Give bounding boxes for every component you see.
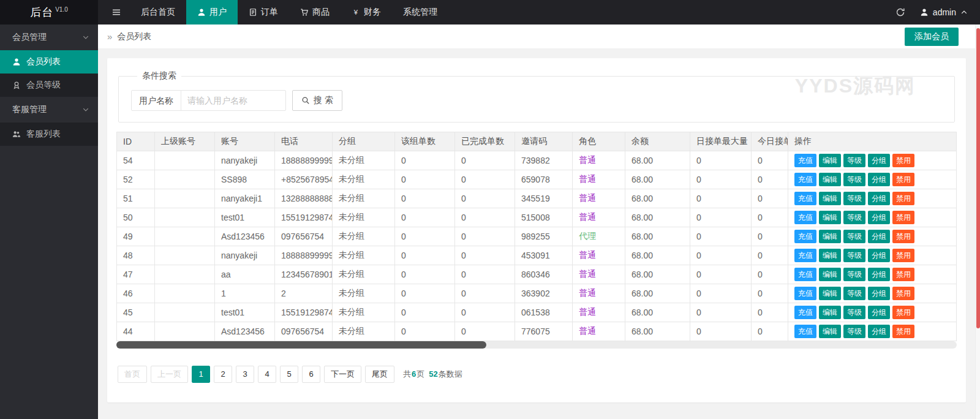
cell-group: 未分组	[333, 151, 395, 170]
row-action-level-button[interactable]: 等级	[843, 306, 865, 319]
table-row: 54nanyakeji18888899999未分组00739882普通68.00…	[117, 151, 957, 170]
sidebar-item-service-list[interactable]: 客服列表	[0, 123, 98, 146]
page-number-3[interactable]: 3	[236, 366, 254, 383]
cell-role: 普通	[573, 170, 625, 189]
page-number-1[interactable]: 1	[192, 366, 210, 383]
page-prev-button[interactable]: 上一页	[151, 366, 188, 383]
sidebar-group-member[interactable]: 会员管理	[0, 25, 98, 50]
row-action-recharge-button[interactable]: 充值	[794, 173, 816, 186]
row-action-disable-button[interactable]: 禁用	[892, 154, 914, 167]
cell-group: 未分组	[333, 189, 395, 208]
add-member-button[interactable]: 添加会员	[905, 28, 959, 46]
sidebar-item-member-list[interactable]: 会员列表	[0, 50, 98, 74]
row-action-recharge-button[interactable]: 充值	[794, 192, 816, 205]
vertical-scrollbar-thumb[interactable]	[976, 28, 980, 328]
user-menu[interactable]: admin	[914, 7, 980, 17]
cell-balance-text: 68.00	[631, 327, 653, 336]
row-action-disable-button[interactable]: 禁用	[892, 325, 914, 338]
yen-icon: ¥	[352, 8, 360, 17]
page-number-2[interactable]: 2	[214, 366, 232, 383]
row-action-disable-button[interactable]: 禁用	[892, 287, 914, 300]
row-action-group-button[interactable]: 分组	[868, 268, 890, 281]
row-action-edit-button[interactable]: 编辑	[819, 249, 841, 262]
row-action-group-button[interactable]: 分组	[868, 306, 890, 319]
sidebar-item-member-level[interactable]: 会员等级	[0, 74, 98, 97]
row-action-level-button[interactable]: 等级	[843, 287, 865, 300]
row-action-edit-button[interactable]: 编辑	[819, 268, 841, 281]
row-action-group-button[interactable]: 分组	[868, 173, 890, 186]
sidebar-group-label: 客服管理	[12, 104, 47, 115]
cell-phone: 2	[275, 284, 333, 303]
row-action-disable-button[interactable]: 禁用	[892, 173, 914, 186]
page-last-button[interactable]: 尾页	[365, 366, 394, 383]
row-action-recharge-button[interactable]: 充值	[794, 287, 816, 300]
row-action-disable-button[interactable]: 禁用	[892, 211, 914, 224]
row-action-group-button[interactable]: 分组	[868, 249, 890, 262]
row-action-recharge-button[interactable]: 充值	[794, 306, 816, 319]
column-header-0: ID	[117, 132, 155, 151]
row-action-edit-button[interactable]: 编辑	[819, 173, 841, 186]
search-button[interactable]: 搜 索	[292, 90, 342, 111]
cell-today-text: 0	[758, 289, 763, 298]
cell-invite-text: 860346	[521, 270, 550, 279]
row-action-disable-button[interactable]: 禁用	[892, 230, 914, 243]
row-action-edit-button[interactable]: 编辑	[819, 192, 841, 205]
nav-item-system[interactable]: 系统管理	[392, 0, 448, 25]
nav-item-home[interactable]: 后台首页	[130, 0, 186, 25]
row-action-recharge-button[interactable]: 充值	[794, 325, 816, 338]
row-action-group-button[interactable]: 分组	[868, 211, 890, 224]
row-action-group-button[interactable]: 分组	[868, 192, 890, 205]
row-action-group-button[interactable]: 分组	[868, 154, 890, 167]
cell-phone: 18888899999	[275, 151, 333, 170]
nav-item-goods[interactable]: 商品	[289, 0, 341, 25]
row-action-level-button[interactable]: 等级	[843, 211, 865, 224]
cell-actions: 充值编辑等级分组禁用	[788, 303, 957, 322]
menu-toggle[interactable]	[103, 0, 130, 25]
row-action-recharge-button[interactable]: 充值	[794, 230, 816, 243]
row-action-disable-button[interactable]: 禁用	[892, 192, 914, 205]
row-action-disable-button[interactable]: 禁用	[892, 249, 914, 262]
row-action-group-button[interactable]: 分组	[868, 325, 890, 338]
username-input[interactable]	[181, 90, 286, 111]
row-action-group-button[interactable]: 分组	[868, 230, 890, 243]
row-action-disable-button[interactable]: 禁用	[892, 306, 914, 319]
nav-item-orders[interactable]: 订单	[238, 0, 289, 25]
horizontal-scrollbar[interactable]	[116, 341, 957, 349]
row-action-level-button[interactable]: 等级	[843, 173, 865, 186]
nav-item-users[interactable]: 用户	[186, 0, 238, 25]
cell-account: 1	[215, 284, 275, 303]
row-action-disable-button[interactable]: 禁用	[892, 268, 914, 281]
row-action-level-button[interactable]: 等级	[843, 268, 865, 281]
row-action-level-button[interactable]: 等级	[843, 192, 865, 205]
cell-role: 普通	[573, 322, 625, 341]
horizontal-scrollbar-thumb[interactable]	[116, 341, 486, 349]
row-action-recharge-button[interactable]: 充值	[794, 268, 816, 281]
row-action-recharge-button[interactable]: 充值	[794, 154, 816, 167]
page-first-button[interactable]: 首页	[118, 366, 147, 383]
page-number-6[interactable]: 6	[302, 366, 320, 383]
nav-item-finance[interactable]: ¥财务	[341, 0, 392, 25]
page-next-button[interactable]: 下一页	[324, 366, 361, 383]
row-action-edit-button[interactable]: 编辑	[819, 211, 841, 224]
cell-id-text: 44	[123, 327, 133, 336]
top-nav: 后台首页用户订单商品¥财务系统管理	[130, 0, 448, 25]
row-action-recharge-button[interactable]: 充值	[794, 249, 816, 262]
row-action-edit-button[interactable]: 编辑	[819, 230, 841, 243]
cell-daily_max: 0	[690, 170, 752, 189]
row-action-level-button[interactable]: 等级	[843, 154, 865, 167]
page-number-5[interactable]: 5	[280, 366, 298, 383]
vertical-scrollbar[interactable]	[975, 25, 980, 419]
row-action-edit-button[interactable]: 编辑	[819, 306, 841, 319]
sidebar-group-service[interactable]: 客服管理	[0, 97, 98, 123]
page-number-4[interactable]: 4	[258, 366, 276, 383]
row-action-group-button[interactable]: 分组	[868, 287, 890, 300]
row-action-level-button[interactable]: 等级	[843, 325, 865, 338]
refresh-button[interactable]	[887, 7, 914, 17]
row-action-edit-button[interactable]: 编辑	[819, 287, 841, 300]
row-action-level-button[interactable]: 等级	[843, 249, 865, 262]
row-action-edit-button[interactable]: 编辑	[819, 325, 841, 338]
app-title: 后台	[30, 5, 53, 20]
row-action-level-button[interactable]: 等级	[843, 230, 865, 243]
row-action-recharge-button[interactable]: 充值	[794, 211, 816, 224]
row-action-edit-button[interactable]: 编辑	[819, 154, 841, 167]
